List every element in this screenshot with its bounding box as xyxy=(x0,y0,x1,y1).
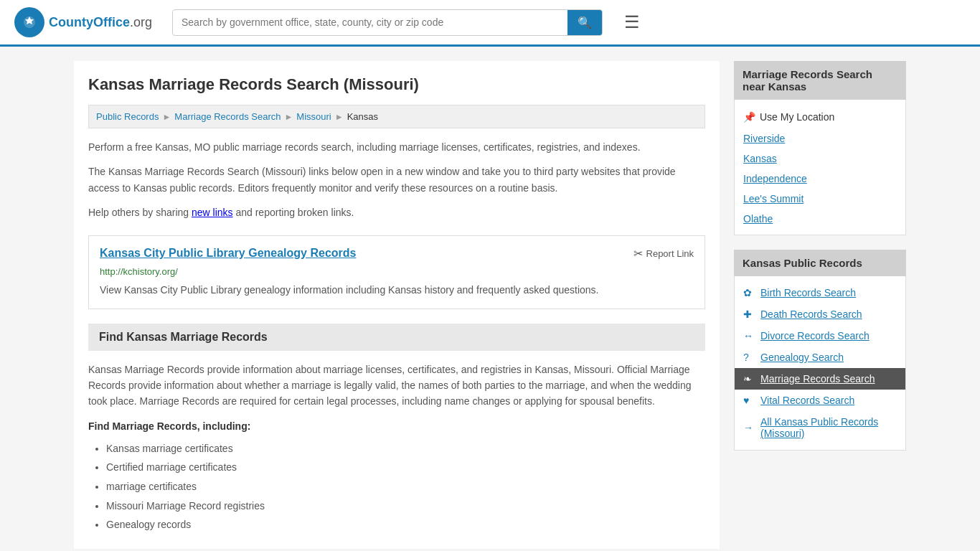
find-section: Find Kansas Marriage Records Kansas Marr… xyxy=(88,324,705,534)
list-item: Certified marriage certificates xyxy=(106,458,705,477)
marriage-icon: ❧ xyxy=(743,373,755,385)
breadcrumb-missouri[interactable]: Missouri xyxy=(296,111,331,122)
breadcrumb-sep-2: ► xyxy=(284,112,293,122)
sidebar-nearby-section: Marriage Records Search near Kansas 📌 Us… xyxy=(734,61,906,235)
record-card-description: View Kansas City Public Library genealog… xyxy=(100,283,694,298)
logo-area: CountyOffice.org xyxy=(14,7,158,37)
find-section-body: Kansas Marriage Records provide informat… xyxy=(88,362,705,410)
sidebar-nearby-header: Marriage Records Search near Kansas xyxy=(734,61,906,100)
list-item: Kansas marriage certificates xyxy=(106,439,705,458)
breadcrumb-sep-3: ► xyxy=(335,112,344,122)
sidebar-location-olathe[interactable]: Olathe xyxy=(735,209,905,229)
record-card-title[interactable]: Kansas City Public Library Genealogy Rec… xyxy=(100,247,356,260)
location-pin-icon: 📌 xyxy=(743,111,755,123)
find-subtitle: Find Marriage Records, including: xyxy=(88,420,705,432)
sidebar: Marriage Records Search near Kansas 📌 Us… xyxy=(734,61,906,549)
sidebar-item-birth-records[interactable]: ✿ Birth Records Search xyxy=(735,282,905,303)
birth-icon: ✿ xyxy=(743,287,755,298)
breadcrumb-current: Kansas xyxy=(347,111,378,122)
sidebar-public-records-section: Kansas Public Records ✿ Birth Records Se… xyxy=(734,250,906,451)
search-button[interactable]: 🔍 xyxy=(567,10,602,35)
sidebar-item-marriage-records[interactable]: ❧ Marriage Records Search xyxy=(735,368,905,390)
sidebar-item-death-records[interactable]: ✚ Death Records Search xyxy=(735,303,905,325)
sidebar-item-all-records[interactable]: → All Kansas Public Records (Missouri) xyxy=(735,411,905,444)
list-item: marriage certificates xyxy=(106,477,705,496)
intro-paragraph-2: The Kansas Marriage Records Search (Miss… xyxy=(88,164,705,196)
sidebar-public-records-header: Kansas Public Records xyxy=(734,250,906,276)
search-input[interactable] xyxy=(173,11,567,34)
main-container: Kansas Marriage Records Search (Missouri… xyxy=(60,61,920,549)
content-area: Kansas Marriage Records Search (Missouri… xyxy=(74,61,720,549)
find-section-header: Find Kansas Marriage Records xyxy=(88,324,705,351)
menu-button[interactable]: ☰ xyxy=(624,12,640,32)
arrow-icon: → xyxy=(743,422,755,433)
breadcrumb-marriage-records[interactable]: Marriage Records Search xyxy=(174,111,281,122)
site-header: CountyOffice.org 🔍 ☰ xyxy=(0,0,980,47)
record-list: Kansas marriage certificates Certified m… xyxy=(88,439,705,534)
list-item: Missouri Marriage Record registries xyxy=(106,496,705,516)
use-location-link[interactable]: Use My Location xyxy=(760,111,834,123)
search-bar: 🔍 xyxy=(172,9,603,36)
new-links-link[interactable]: new links xyxy=(192,207,233,218)
sidebar-location-lees-summit[interactable]: Lee's Summit xyxy=(735,189,905,209)
scissors-icon: ✂ xyxy=(633,247,643,260)
breadcrumb: Public Records ► Marriage Records Search… xyxy=(88,105,705,128)
record-card: Kansas City Public Library Genealogy Rec… xyxy=(88,235,705,309)
sidebar-public-records-content: ✿ Birth Records Search ✚ Death Records S… xyxy=(734,276,906,451)
sidebar-item-genealogy-search[interactable]: ? Genealogy Search xyxy=(735,347,905,368)
breadcrumb-public-records[interactable]: Public Records xyxy=(96,111,159,122)
sidebar-location-kansas[interactable]: Kansas xyxy=(735,149,905,169)
report-link-button[interactable]: ✂ Report Link xyxy=(633,247,694,260)
sidebar-nearby-content: 📌 Use My Location Riverside Kansas Indep… xyxy=(734,100,906,235)
page-title: Kansas Marriage Records Search (Missouri… xyxy=(88,75,705,94)
logo-text: CountyOffice.org xyxy=(49,15,152,30)
genealogy-icon: ? xyxy=(743,352,755,363)
sidebar-location-riverside[interactable]: Riverside xyxy=(735,128,905,149)
record-card-header: Kansas City Public Library Genealogy Rec… xyxy=(100,247,694,260)
vital-icon: ♥ xyxy=(743,395,755,406)
record-card-url[interactable]: http://kchistory.org/ xyxy=(100,266,694,277)
intro-paragraph-1: Perform a free Kansas, MO public marriag… xyxy=(88,139,705,155)
sidebar-item-divorce-records[interactable]: ↔ Divorce Records Search xyxy=(735,325,905,347)
breadcrumb-sep-1: ► xyxy=(162,112,171,122)
use-location-item[interactable]: 📌 Use My Location xyxy=(735,105,905,128)
logo-icon xyxy=(14,7,44,37)
sidebar-location-independence[interactable]: Independence xyxy=(735,169,905,189)
intro-paragraph-3: Help others by sharing new links and rep… xyxy=(88,204,705,220)
list-item: Genealogy records xyxy=(106,515,705,534)
divorce-icon: ↔ xyxy=(743,330,755,342)
death-icon: ✚ xyxy=(743,309,755,320)
sidebar-item-vital-records[interactable]: ♥ Vital Records Search xyxy=(735,390,905,411)
